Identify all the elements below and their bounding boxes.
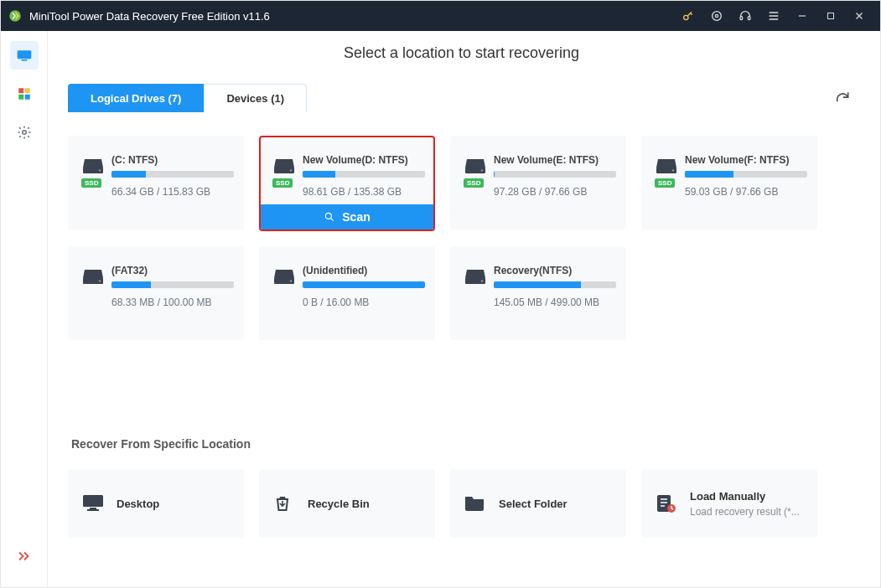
drive-size: 68.33 MB / 100.00 MB (111, 297, 234, 308)
svg-rect-12 (24, 95, 29, 100)
sidebar-apps-icon[interactable] (10, 80, 39, 108)
drive-icon (272, 266, 296, 286)
drive-card[interactable]: (Unidentified)0 B / 16.00 MB (259, 246, 435, 340)
svg-rect-7 (17, 50, 31, 59)
drive-usage-bar (111, 171, 234, 178)
tab-devices[interactable]: Devices (1) (204, 84, 307, 112)
svg-point-3 (715, 14, 718, 17)
drive-icon (81, 156, 105, 176)
svg-point-24 (99, 280, 101, 281)
minimize-button[interactable] (788, 1, 816, 31)
svg-rect-4 (740, 17, 743, 20)
load-icon (655, 493, 678, 513)
drive-size: 66.34 GB / 115.83 GB (111, 186, 234, 198)
ssd-badge: SSD (655, 178, 675, 188)
disc-icon[interactable] (702, 1, 731, 31)
drives-panel: Logical Drives (7)Devices (1) (C: NTFS)6… (56, 74, 867, 404)
drive-size: 59.03 GB / 97.66 GB (685, 186, 807, 198)
maximize-button[interactable] (816, 1, 845, 31)
drive-size: 97.28 GB / 97.66 GB (494, 186, 616, 198)
locations-panel: Recover From Specific Location DesktopRe… (56, 412, 867, 560)
sidebar-home-icon[interactable] (10, 41, 39, 70)
drive-card[interactable]: Recovery(NTFS)145.05 MB / 499.00 MB (450, 246, 626, 340)
location-card[interactable]: Recycle Bin (259, 469, 435, 538)
location-card[interactable]: Load ManuallyLoad recovery result (*... (641, 469, 817, 538)
support-icon[interactable] (731, 1, 759, 31)
desktop-icon (81, 493, 105, 513)
drive-card[interactable]: New Volume(F: NTFS)59.03 GB / 97.66 GBSS… (641, 136, 817, 230)
drive-icon (272, 156, 296, 176)
menu-icon[interactable] (759, 1, 788, 31)
app-title: MiniTool Power Data Recovery Free Editio… (29, 10, 270, 23)
drive-usage-bar (685, 171, 807, 178)
body: Select a location to start recovering Lo… (1, 31, 880, 587)
titlebar: MiniTool Power Data Recovery Free Editio… (1, 1, 880, 31)
drive-icon (655, 156, 678, 176)
svg-rect-9 (18, 88, 23, 93)
sidebar-settings-icon[interactable] (10, 118, 39, 147)
drive-card[interactable]: (FAT32)68.33 MB / 100.00 MB (68, 246, 244, 340)
folder-icon (464, 493, 487, 513)
drive-usage-bar (494, 171, 616, 178)
svg-rect-11 (18, 95, 23, 100)
drive-usage-bar (303, 281, 425, 288)
sidebar-expand-icon[interactable] (10, 542, 39, 570)
content: Select a location to start recovering Lo… (48, 31, 880, 587)
drive-card[interactable]: New Volume(E: NTFS)97.28 GB / 97.66 GBSS… (450, 136, 626, 230)
drive-usage-bar (494, 281, 616, 288)
location-label: Recycle Bin (308, 498, 370, 510)
sidebar (1, 31, 48, 587)
svg-point-15 (99, 169, 101, 171)
svg-rect-30 (90, 508, 96, 509)
svg-rect-8 (21, 59, 27, 61)
refresh-button[interactable] (830, 85, 855, 111)
drive-name: (FAT32) (111, 265, 234, 276)
location-card[interactable]: Desktop (68, 469, 244, 538)
ssd-badge: SSD (81, 178, 101, 188)
svg-point-13 (22, 131, 26, 135)
svg-point-17 (290, 169, 292, 171)
drive-card[interactable]: (C: NTFS)66.34 GB / 115.83 GBSSD (68, 136, 244, 230)
ssd-badge: SSD (464, 178, 484, 188)
location-card[interactable]: Select Folder (450, 469, 626, 538)
svg-rect-29 (83, 495, 103, 507)
svg-point-18 (326, 213, 332, 219)
close-button[interactable] (845, 1, 873, 31)
ssd-badge: SSD (272, 178, 293, 188)
app-window: MiniTool Power Data Recovery Free Editio… (0, 0, 881, 588)
drive-name: (Unidentified) (303, 265, 425, 276)
drive-size: 0 B / 16.00 MB (303, 297, 425, 308)
drive-usage-bar (111, 281, 234, 288)
svg-rect-31 (87, 509, 99, 511)
location-label: Desktop (117, 498, 159, 510)
app-logo-icon (8, 8, 23, 23)
location-label: Select Folder (499, 498, 567, 510)
upgrade-key-icon[interactable] (674, 1, 702, 31)
svg-point-2 (713, 12, 722, 21)
drive-icon (464, 266, 487, 286)
drive-icon (81, 266, 105, 286)
drive-name: (C: NTFS) (111, 154, 234, 166)
svg-point-26 (290, 280, 292, 281)
drive-size: 145.05 MB / 499.00 MB (494, 297, 616, 308)
drive-size: 98.61 GB / 135.38 GB (303, 186, 425, 198)
location-sub: Load recovery result (*... (690, 506, 800, 518)
tab-logical-drives[interactable]: Logical Drives (7) (68, 84, 204, 112)
recycle-icon (272, 493, 296, 513)
section-title: Recover From Specific Location (71, 437, 855, 451)
svg-rect-6 (828, 13, 834, 19)
drive-name: New Volume(E: NTFS) (494, 154, 616, 166)
drive-usage-bar (303, 171, 425, 178)
page-title: Select a location to start recovering (56, 44, 867, 62)
drive-name: New Volume(D: NTFS) (303, 154, 425, 166)
drive-card[interactable]: New Volume(D: NTFS)98.61 GB / 135.38 GBS… (259, 136, 435, 231)
svg-rect-10 (24, 88, 29, 93)
scan-button[interactable]: Scan (261, 204, 433, 230)
drive-name: New Volume(F: NTFS) (685, 154, 807, 166)
svg-point-28 (481, 280, 483, 281)
svg-point-22 (672, 169, 674, 171)
svg-rect-5 (748, 17, 750, 20)
drive-name: Recovery(NTFS) (494, 265, 616, 276)
svg-point-20 (481, 169, 483, 171)
drive-icon (464, 156, 487, 176)
